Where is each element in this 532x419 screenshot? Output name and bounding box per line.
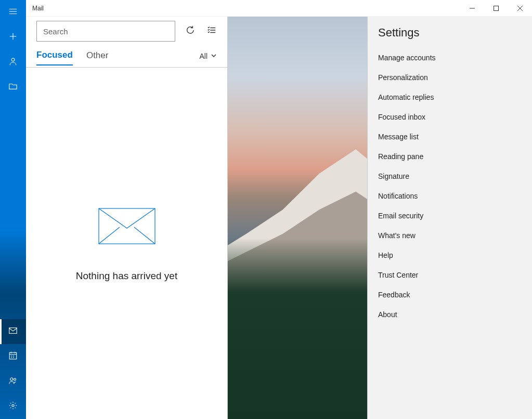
accounts-button[interactable]	[0, 50, 26, 75]
people-icon	[8, 376, 18, 387]
filter-dropdown[interactable]: All	[199, 52, 217, 63]
filter-label: All	[199, 52, 207, 60]
settings-item-signature[interactable]: Signature	[368, 166, 532, 186]
gear-icon	[8, 401, 18, 412]
sync-button[interactable]	[183, 21, 197, 42]
svg-rect-1	[9, 328, 17, 334]
settings-title: Settings	[368, 26, 532, 48]
minimize-icon	[470, 4, 475, 13]
people-app-button[interactable]	[0, 369, 26, 394]
settings-panel: Settings Manage accounts Personalization…	[367, 17, 532, 419]
svg-point-3	[10, 378, 13, 381]
person-icon	[8, 57, 18, 68]
settings-list: Manage accounts Personalization Automati…	[368, 48, 532, 324]
svg-point-4	[14, 378, 16, 381]
inbox-tabs: Focused Other All	[26, 45, 227, 68]
window-title: Mail	[26, 5, 460, 12]
tab-focused[interactable]: Focused	[36, 50, 73, 66]
tab-other[interactable]: Other	[86, 50, 109, 65]
main-area: Mail	[26, 0, 532, 419]
settings-item-notifications[interactable]: Notifications	[368, 186, 532, 206]
message-list-pane: Focused Other All Nothing has arrived ye	[26, 17, 228, 419]
app-root: Mail	[0, 0, 532, 419]
search-input[interactable]	[43, 27, 170, 36]
settings-item-whats-new[interactable]: What's new	[368, 226, 532, 245]
svg-point-5	[12, 404, 14, 407]
mail-icon	[8, 326, 18, 337]
list-toolbar	[26, 17, 227, 45]
settings-item-about[interactable]: About	[368, 305, 532, 324]
folder-icon	[8, 82, 18, 93]
settings-item-message-list[interactable]: Message list	[368, 127, 532, 147]
settings-item-focused-inbox[interactable]: Focused inbox	[368, 107, 532, 127]
settings-item-help[interactable]: Help	[368, 245, 532, 265]
maximize-button[interactable]	[484, 0, 508, 17]
settings-item-feedback[interactable]: Feedback	[368, 285, 532, 305]
svg-rect-8	[99, 208, 155, 244]
chevron-down-icon	[211, 52, 217, 60]
settings-button[interactable]	[0, 394, 26, 419]
envelope-icon	[98, 208, 155, 244]
menu-icon	[8, 7, 18, 18]
new-mail-button[interactable]	[0, 25, 26, 50]
close-icon	[517, 4, 523, 13]
empty-message: Nothing has arrived yet	[76, 270, 177, 282]
settings-item-reading-pane[interactable]: Reading pane	[368, 147, 532, 166]
hamburger-button[interactable]	[0, 0, 26, 25]
sidebar	[0, 0, 26, 419]
minimize-button[interactable]	[460, 0, 484, 17]
close-button[interactable]	[508, 0, 532, 17]
checklist-icon	[207, 25, 216, 37]
svg-point-0	[11, 58, 15, 61]
titlebar: Mail	[26, 0, 532, 17]
calendar-app-button[interactable]	[0, 344, 26, 369]
search-box[interactable]	[36, 21, 175, 42]
folders-button[interactable]	[0, 75, 26, 100]
settings-item-trust-center[interactable]: Trust Center	[368, 265, 532, 285]
calendar-icon	[8, 351, 18, 362]
svg-rect-6	[494, 6, 499, 10]
empty-state: Nothing has arrived yet	[26, 68, 227, 419]
settings-item-email-security[interactable]: Email security	[368, 206, 532, 226]
maximize-icon	[494, 4, 499, 13]
settings-item-automatic-replies[interactable]: Automatic replies	[368, 87, 532, 107]
plus-icon	[8, 32, 18, 43]
settings-item-personalization[interactable]: Personalization	[368, 68, 532, 87]
mail-app-button[interactable]	[0, 319, 26, 344]
settings-item-manage-accounts[interactable]: Manage accounts	[368, 48, 532, 68]
window-controls	[460, 0, 532, 17]
selection-mode-button[interactable]	[204, 21, 219, 42]
refresh-icon	[185, 25, 194, 37]
